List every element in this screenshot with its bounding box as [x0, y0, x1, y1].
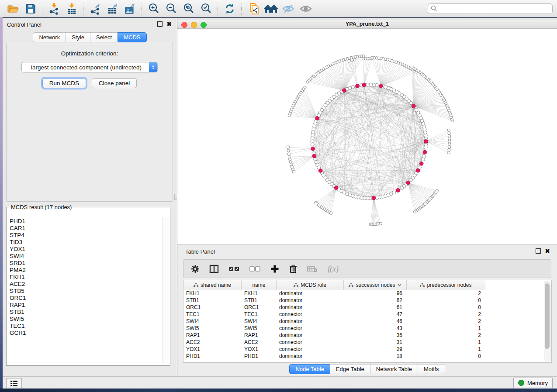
cell: YOX1: [242, 346, 277, 353]
table-row[interactable]: FKH1FKH1dominator962: [183, 290, 551, 297]
column-header-shared-name[interactable]: shared name: [183, 280, 242, 290]
result-item: STB1: [10, 309, 162, 316]
column-label: name: [252, 282, 265, 288]
tab-select[interactable]: Select: [90, 32, 118, 42]
delete-table-button[interactable]: [307, 264, 318, 274]
export-image-button[interactable]: [121, 1, 139, 16]
open-folder-icon: [7, 3, 19, 14]
column-header-name[interactable]: name: [242, 280, 277, 290]
cell: 43: [344, 325, 407, 332]
zoom-out-button[interactable]: [163, 1, 180, 16]
duplicate-network-button[interactable]: [245, 1, 262, 16]
result-item: PMA2: [10, 267, 162, 274]
close-table-panel-icon[interactable]: ✖: [545, 249, 550, 253]
zoom-selected-button[interactable]: [197, 1, 215, 16]
export-network-button[interactable]: [86, 1, 104, 16]
run-mcds-button[interactable]: Run MCDS: [42, 78, 86, 88]
zoom-fit-button[interactable]: [180, 1, 197, 16]
toolbar-separator: [142, 3, 142, 15]
cell: 1: [407, 339, 485, 346]
tab-network-table[interactable]: Network Table: [370, 364, 418, 374]
cell: TEC1: [242, 311, 277, 318]
duplicate-network-icon: [247, 3, 259, 15]
show-all-button[interactable]: [297, 1, 315, 16]
search-field[interactable]: [428, 3, 553, 14]
function-builder-button[interactable]: f(x): [327, 264, 344, 274]
deselect-all-button[interactable]: [249, 264, 261, 274]
table-panel: Table Panel ✖: [177, 244, 557, 376]
result-item: CAR1: [10, 225, 162, 232]
cell: SWI5: [242, 325, 277, 332]
column-layout-button[interactable]: [209, 264, 219, 274]
tab-edge-table[interactable]: Edge Table: [330, 364, 370, 374]
save-session-button[interactable]: [22, 1, 39, 16]
close-panel-button[interactable]: Close panel: [92, 78, 137, 88]
tab-mcds[interactable]: MCDS: [118, 32, 146, 42]
eye-icon: [299, 3, 312, 14]
memory-button[interactable]: Memory: [513, 378, 553, 388]
tab-style[interactable]: Style: [66, 32, 90, 42]
fx-icon: f(x): [327, 264, 344, 274]
hide-selected-button[interactable]: [280, 1, 297, 16]
open-file-button[interactable]: [4, 1, 22, 16]
cell: dominator: [277, 297, 344, 304]
table-row[interactable]: PHD1PHD1dominator180: [183, 353, 551, 360]
result-list-scrollbar[interactable]: [163, 217, 169, 364]
table-row[interactable]: YOX1YOX1connector291: [183, 346, 551, 353]
delete-column-button[interactable]: [288, 264, 298, 274]
network-window-titlebar: YPA_prune.txt_1: [177, 20, 557, 29]
optimization-criterion-select[interactable]: largest connected component (undirected)…: [21, 62, 158, 72]
close-window-icon[interactable]: [181, 22, 187, 28]
import-network-button[interactable]: [45, 1, 63, 16]
column-label: MCDS role: [301, 282, 326, 288]
column-header-successor-nodes[interactable]: successor nodes: [344, 280, 407, 290]
list-icon: [10, 380, 18, 386]
maximize-window-icon[interactable]: [201, 22, 207, 28]
add-column-button[interactable]: [270, 264, 280, 274]
task-history-button[interactable]: [6, 378, 22, 388]
memory-label: Memory: [527, 380, 548, 386]
first-neighbors-button[interactable]: [262, 1, 280, 16]
table-panel-tabs: Node TableEdge TableNetwork TableMotifs: [289, 364, 445, 374]
tab-network[interactable]: Network: [33, 32, 66, 42]
table-row[interactable]: ACE2ACE2connector311: [183, 339, 551, 346]
tab-node-table[interactable]: Node Table: [289, 364, 330, 374]
result-item: ACE2: [10, 281, 162, 288]
scrollbar-thumb[interactable]: [545, 283, 550, 349]
column-header-predecessor-nodes[interactable]: predecessor nodes: [407, 280, 485, 290]
cell: PHD1: [242, 353, 277, 360]
zoom-in-button[interactable]: [145, 1, 163, 16]
cell: SWI4: [242, 318, 277, 325]
minimize-window-icon[interactable]: [191, 22, 197, 28]
cell: RAP1: [242, 332, 277, 339]
close-panel-icon[interactable]: ✖: [166, 22, 172, 26]
search-input[interactable]: [428, 3, 553, 14]
cell: 1: [407, 325, 485, 332]
table-row[interactable]: SWI5SWI5connector431: [183, 325, 551, 332]
result-item: SWI5: [10, 316, 162, 323]
table-row[interactable]: ORC1ORC1dominator610: [183, 304, 551, 311]
cell: 2: [407, 318, 485, 325]
select-all-button[interactable]: [228, 264, 240, 274]
table-row[interactable]: TEC1TEC1connector472: [183, 311, 551, 318]
float-panel-icon[interactable]: [157, 21, 163, 27]
export-table-button[interactable]: [104, 1, 121, 16]
cell: 47: [344, 311, 407, 318]
table-settings-button[interactable]: [190, 264, 200, 274]
refresh-button[interactable]: [221, 1, 239, 16]
mcds-result-list[interactable]: PHD1CAR1STP4TID3YOX1SWI4SRD1PMA2FKH1ACE2…: [7, 218, 162, 364]
network-canvas[interactable]: [177, 29, 557, 244]
table-row[interactable]: SWI4SWI4dominator462: [183, 318, 551, 325]
control-panel-tabs: NetworkStyleSelectMCDS: [33, 32, 146, 42]
node-table: shared namenameMCDS rolesuccessor nodesp…: [183, 280, 552, 363]
float-table-panel-icon[interactable]: [536, 248, 541, 254]
import-table-button[interactable]: [63, 1, 80, 16]
table-scrollbar[interactable]: [544, 281, 550, 361]
tab-motifs[interactable]: Motifs: [418, 364, 445, 374]
cell: 0: [407, 297, 485, 304]
checked-checkboxes-icon: [228, 264, 240, 274]
column-header-MCDS-role[interactable]: MCDS role: [277, 280, 344, 290]
svg-text:f(x): f(x): [328, 265, 339, 274]
table-row[interactable]: STB1STB1dominator620: [183, 297, 551, 304]
table-row[interactable]: RAP1RAP1dominator352: [183, 332, 551, 339]
